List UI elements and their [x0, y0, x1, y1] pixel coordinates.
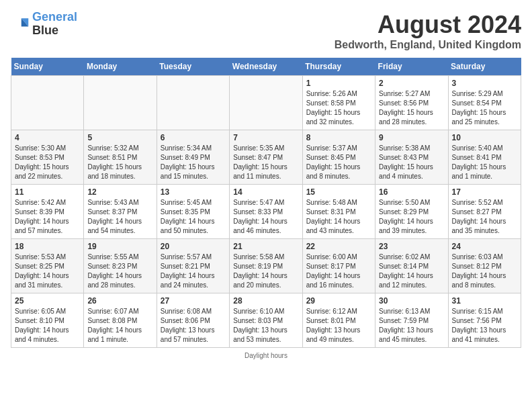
- calendar-cell: 31Sunrise: 6:15 AMSunset: 7:56 PMDayligh…: [448, 293, 521, 348]
- day-info: Sunrise: 6:07 AMSunset: 8:08 PMDaylight:…: [87, 307, 152, 345]
- header-day-friday: Friday: [375, 58, 448, 76]
- day-number: 22: [306, 242, 371, 251]
- day-number: 3: [452, 79, 517, 88]
- week-row-4: 18Sunrise: 5:53 AMSunset: 8:25 PMDayligh…: [11, 239, 521, 293]
- calendar-cell: 2Sunrise: 5:27 AMSunset: 8:56 PMDaylight…: [375, 76, 448, 130]
- day-number: 6: [161, 133, 226, 142]
- day-info: Sunrise: 6:02 AMSunset: 8:14 PMDaylight:…: [379, 253, 444, 290]
- day-number: 2: [379, 79, 444, 88]
- day-info: Sunrise: 5:50 AMSunset: 8:29 PMDaylight:…: [379, 198, 444, 236]
- day-info: Sunrise: 5:35 AMSunset: 8:47 PMDaylight:…: [233, 144, 298, 181]
- calendar-cell: 28Sunrise: 6:10 AMSunset: 8:03 PMDayligh…: [230, 293, 302, 348]
- calendar-cell: 11Sunrise: 5:42 AMSunset: 8:39 PMDayligh…: [11, 185, 84, 239]
- day-number: 14: [233, 187, 298, 197]
- header-day-sunday: Sunday: [11, 58, 84, 76]
- day-number: 29: [306, 296, 371, 306]
- calendar-cell: 20Sunrise: 5:57 AMSunset: 8:21 PMDayligh…: [157, 239, 229, 293]
- calendar-cell: 25Sunrise: 6:05 AMSunset: 8:10 PMDayligh…: [11, 293, 84, 348]
- day-number: 11: [15, 187, 80, 197]
- calendar-cell: 17Sunrise: 5:52 AMSunset: 8:27 PMDayligh…: [448, 185, 521, 239]
- logo: General Blue: [11, 11, 77, 38]
- day-info: Sunrise: 5:38 AMSunset: 8:43 PMDaylight:…: [379, 144, 444, 181]
- calendar-cell: 23Sunrise: 6:02 AMSunset: 8:14 PMDayligh…: [375, 239, 448, 293]
- day-info: Sunrise: 5:43 AMSunset: 8:37 PMDaylight:…: [87, 198, 152, 236]
- footer-note: Daylight hours: [11, 352, 521, 359]
- header-day-saturday: Saturday: [448, 58, 521, 76]
- calendar-cell: 6Sunrise: 5:34 AMSunset: 8:49 PMDaylight…: [157, 130, 229, 185]
- day-info: Sunrise: 5:34 AMSunset: 8:49 PMDaylight:…: [161, 144, 226, 181]
- day-number: 28: [233, 296, 298, 306]
- day-number: 1: [306, 79, 371, 88]
- day-number: 24: [452, 242, 517, 251]
- day-number: 23: [379, 242, 444, 251]
- day-number: 17: [452, 187, 517, 197]
- day-info: Sunrise: 5:58 AMSunset: 8:19 PMDaylight:…: [233, 253, 298, 290]
- day-number: 27: [161, 296, 226, 306]
- day-number: 13: [161, 187, 226, 197]
- calendar-cell: 1Sunrise: 5:26 AMSunset: 8:58 PMDaylight…: [302, 76, 375, 130]
- header-day-tuesday: Tuesday: [157, 58, 229, 76]
- day-number: 19: [87, 242, 152, 251]
- day-info: Sunrise: 6:00 AMSunset: 8:17 PMDaylight:…: [306, 253, 371, 290]
- calendar-cell: 3Sunrise: 5:29 AMSunset: 8:54 PMDaylight…: [448, 76, 521, 130]
- calendar-cell: 12Sunrise: 5:43 AMSunset: 8:37 PMDayligh…: [84, 185, 157, 239]
- calendar-cell: [230, 76, 302, 130]
- page-subtitle: Bedworth, England, United Kingdom: [335, 39, 521, 51]
- day-info: Sunrise: 6:10 AMSunset: 8:03 PMDaylight:…: [233, 307, 298, 345]
- calendar-cell: 16Sunrise: 5:50 AMSunset: 8:29 PMDayligh…: [375, 185, 448, 239]
- day-info: Sunrise: 5:40 AMSunset: 8:41 PMDaylight:…: [452, 144, 517, 181]
- week-row-2: 4Sunrise: 5:30 AMSunset: 8:53 PMDaylight…: [11, 130, 521, 185]
- header-row: SundayMondayTuesdayWednesdayThursdayFrid…: [11, 58, 521, 76]
- day-number: 15: [306, 187, 371, 197]
- calendar-table: SundayMondayTuesdayWednesdayThursdayFrid…: [11, 58, 521, 348]
- calendar-cell: 27Sunrise: 6:08 AMSunset: 8:06 PMDayligh…: [157, 293, 229, 348]
- day-info: Sunrise: 6:13 AMSunset: 7:59 PMDaylight:…: [379, 307, 444, 345]
- day-number: 26: [87, 296, 152, 306]
- calendar-cell: [11, 76, 84, 130]
- header-day-wednesday: Wednesday: [230, 58, 302, 76]
- day-number: 4: [15, 133, 80, 142]
- day-number: 8: [306, 133, 371, 142]
- day-number: 5: [87, 133, 152, 142]
- day-number: 21: [233, 242, 298, 251]
- week-row-3: 11Sunrise: 5:42 AMSunset: 8:39 PMDayligh…: [11, 185, 521, 239]
- day-info: Sunrise: 5:32 AMSunset: 8:51 PMDaylight:…: [87, 144, 152, 181]
- day-info: Sunrise: 5:45 AMSunset: 8:35 PMDaylight:…: [161, 198, 226, 236]
- day-info: Sunrise: 5:55 AMSunset: 8:23 PMDaylight:…: [87, 253, 152, 290]
- day-number: 7: [233, 133, 298, 142]
- logo-general: General: [32, 10, 77, 24]
- day-info: Sunrise: 5:52 AMSunset: 8:27 PMDaylight:…: [452, 198, 517, 236]
- calendar-body: 1Sunrise: 5:26 AMSunset: 8:58 PMDaylight…: [11, 76, 521, 348]
- day-number: 31: [452, 296, 517, 306]
- calendar-cell: 4Sunrise: 5:30 AMSunset: 8:53 PMDaylight…: [11, 130, 84, 185]
- day-info: Sunrise: 6:15 AMSunset: 7:56 PMDaylight:…: [452, 307, 517, 345]
- header-day-monday: Monday: [84, 58, 157, 76]
- day-number: 25: [15, 296, 80, 306]
- title-area: August 2024 Bedworth, England, United Ki…: [335, 11, 521, 51]
- calendar-cell: 24Sunrise: 6:03 AMSunset: 8:12 PMDayligh…: [448, 239, 521, 293]
- calendar-cell: 30Sunrise: 6:13 AMSunset: 7:59 PMDayligh…: [375, 293, 448, 348]
- day-info: Sunrise: 6:03 AMSunset: 8:12 PMDaylight:…: [452, 253, 517, 290]
- day-info: Sunrise: 6:12 AMSunset: 8:01 PMDaylight:…: [306, 307, 371, 345]
- day-info: Sunrise: 5:30 AMSunset: 8:53 PMDaylight:…: [15, 144, 80, 181]
- day-info: Sunrise: 5:37 AMSunset: 8:45 PMDaylight:…: [306, 144, 371, 181]
- day-info: Sunrise: 5:53 AMSunset: 8:25 PMDaylight:…: [15, 253, 80, 290]
- day-number: 10: [452, 133, 517, 142]
- week-row-5: 25Sunrise: 6:05 AMSunset: 8:10 PMDayligh…: [11, 293, 521, 348]
- header-day-thursday: Thursday: [302, 58, 375, 76]
- logo-blue: Blue: [32, 24, 58, 37]
- day-info: Sunrise: 6:08 AMSunset: 8:06 PMDaylight:…: [161, 307, 226, 345]
- calendar-cell: 19Sunrise: 5:55 AMSunset: 8:23 PMDayligh…: [84, 239, 157, 293]
- day-number: 9: [379, 133, 444, 142]
- calendar-cell: 10Sunrise: 5:40 AMSunset: 8:41 PMDayligh…: [448, 130, 521, 185]
- page-title: August 2024: [335, 11, 521, 39]
- calendar-cell: 13Sunrise: 5:45 AMSunset: 8:35 PMDayligh…: [157, 185, 229, 239]
- calendar-cell: 26Sunrise: 6:07 AMSunset: 8:08 PMDayligh…: [84, 293, 157, 348]
- day-number: 16: [379, 187, 444, 197]
- day-number: 30: [379, 296, 444, 306]
- day-number: 20: [161, 242, 226, 251]
- day-number: 12: [87, 187, 152, 197]
- calendar-cell: [84, 76, 157, 130]
- day-info: Sunrise: 5:29 AMSunset: 8:54 PMDaylight:…: [452, 89, 517, 127]
- calendar-cell: [157, 76, 229, 130]
